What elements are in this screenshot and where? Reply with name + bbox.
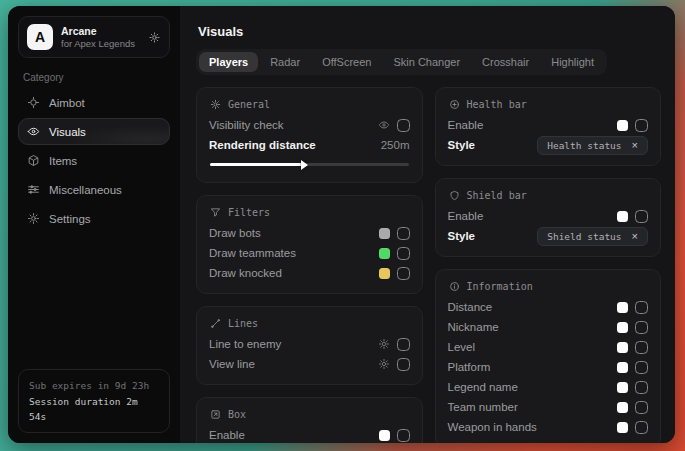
level-color-swatch[interactable]	[617, 342, 628, 353]
sidebar-item-miscellaneous[interactable]: Miscellaneous	[18, 176, 170, 203]
draw-bots-color-swatch[interactable]	[379, 228, 390, 239]
sub-expires-text: Sub expires in 9d 23h	[29, 378, 159, 393]
gear-icon[interactable]	[378, 338, 390, 350]
row-label: Enable	[448, 210, 484, 222]
box-enable-checkbox[interactable]	[397, 429, 410, 442]
shield-enable-checkbox[interactable]	[635, 210, 648, 223]
panel-title: General	[228, 99, 270, 110]
slider-handle[interactable]	[301, 160, 308, 170]
row-label: Line to enemy	[209, 338, 281, 350]
panel-information: Information Distance Nickname	[435, 269, 662, 443]
account-settings-icon[interactable]	[148, 31, 161, 44]
row-platform: Platform	[448, 357, 649, 377]
distance-color-swatch[interactable]	[617, 302, 628, 313]
subscription-status-card: Sub expires in 9d 23h Session duration 2…	[18, 369, 170, 433]
row-draw-knocked: Draw knocked	[209, 263, 410, 283]
close-icon[interactable]: ×	[632, 231, 638, 242]
view-line-checkbox[interactable]	[397, 358, 410, 371]
line-to-enemy-checkbox[interactable]	[397, 338, 410, 351]
shield-style-select[interactable]: Shield status ×	[537, 227, 648, 246]
sidebar-item-items[interactable]: Items	[18, 147, 170, 174]
row-weapon-in-hands: Weapon in hands	[448, 417, 649, 437]
gear-icon	[27, 212, 40, 225]
row-label: Enable	[209, 429, 245, 441]
app-subtitle: for Apex Legends	[61, 38, 135, 50]
platform-color-swatch[interactable]	[617, 362, 628, 373]
health-enable-color-swatch[interactable]	[617, 120, 628, 131]
tab-bar: Players Radar OffScreen Skin Changer Cro…	[196, 49, 607, 75]
sidebar-nav: Aimbot Visuals	[18, 89, 170, 232]
rendering-distance-slider[interactable]	[210, 158, 409, 170]
row-label: Team number	[448, 401, 518, 413]
tab-crosshair[interactable]: Crosshair	[472, 52, 539, 72]
row-legend-name: Legend name	[448, 377, 649, 397]
panel-shield-bar: Shield bar Enable Style	[435, 178, 662, 257]
weapon-color-swatch[interactable]	[617, 422, 628, 433]
tab-radar[interactable]: Radar	[260, 52, 310, 72]
row-health-enable: Enable	[448, 115, 649, 135]
draw-bots-checkbox[interactable]	[397, 227, 410, 240]
sidebar-item-label: Aimbot	[49, 97, 85, 109]
panel-health-bar: Health bar Enable Style	[435, 87, 662, 166]
row-label: Draw knocked	[209, 267, 282, 279]
weapon-checkbox[interactable]	[635, 421, 648, 434]
row-team-number: Team number	[448, 397, 649, 417]
row-distance: Distance	[448, 297, 649, 317]
row-level: Level	[448, 337, 649, 357]
health-style-select[interactable]: Health status ×	[537, 136, 648, 155]
row-health-style: Style Health status ×	[448, 135, 649, 155]
tab-skin-changer[interactable]: Skin Changer	[383, 52, 470, 72]
desktop-background: A Arcane for Apex Legends Category	[0, 0, 685, 451]
draw-knocked-color-swatch[interactable]	[379, 268, 390, 279]
row-label: Level	[448, 341, 476, 353]
row-label: Weapon in hands	[448, 421, 537, 433]
row-label: Draw bots	[209, 227, 261, 239]
distance-checkbox[interactable]	[635, 301, 648, 314]
health-enable-checkbox[interactable]	[635, 119, 648, 132]
visibility-check-checkbox[interactable]	[397, 119, 410, 132]
box-enable-color-swatch[interactable]	[379, 430, 390, 441]
eye-icon	[27, 125, 40, 138]
panel-title: Lines	[228, 318, 258, 329]
draw-teammates-checkbox[interactable]	[397, 247, 410, 260]
team-number-color-swatch[interactable]	[617, 402, 628, 413]
row-shield-enable: Enable	[448, 206, 649, 226]
row-label: Rendering distance	[209, 139, 316, 151]
sidebar-item-visuals[interactable]: Visuals	[18, 118, 170, 145]
legend-name-checkbox[interactable]	[635, 381, 648, 394]
sidebar-item-aimbot[interactable]: Aimbot	[18, 89, 170, 116]
row-rendering-distance: Rendering distance 250m	[209, 135, 410, 155]
sidebar-item-label: Settings	[49, 213, 91, 225]
row-label: View line	[209, 358, 255, 370]
sidebar-item-label: Visuals	[49, 126, 86, 138]
panel-title: Health bar	[467, 99, 527, 110]
panel-title: Box	[228, 409, 246, 420]
nickname-color-swatch[interactable]	[617, 322, 628, 333]
tab-offscreen[interactable]: OffScreen	[312, 52, 381, 72]
legend-name-color-swatch[interactable]	[617, 382, 628, 393]
tab-highlight[interactable]: Highlight	[541, 52, 604, 72]
tab-players[interactable]: Players	[199, 52, 258, 72]
level-checkbox[interactable]	[635, 341, 648, 354]
funnel-icon	[210, 207, 221, 218]
info-icon	[449, 281, 460, 292]
draw-teammates-color-swatch[interactable]	[379, 248, 390, 259]
team-number-checkbox[interactable]	[635, 401, 648, 414]
row-line-to-enemy: Line to enemy	[209, 334, 410, 354]
close-icon[interactable]: ×	[632, 140, 638, 151]
box-select-icon	[210, 409, 221, 420]
sidebar-item-label: Miscellaneous	[49, 184, 122, 196]
account-texts: Arcane for Apex Legends	[61, 25, 135, 50]
panel-title: Filters	[228, 207, 270, 218]
nickname-checkbox[interactable]	[635, 321, 648, 334]
left-column: General Visibility check	[196, 87, 423, 443]
platform-checkbox[interactable]	[635, 361, 648, 374]
draw-knocked-checkbox[interactable]	[397, 267, 410, 280]
sidebar-item-label: Items	[49, 155, 77, 167]
row-label: Style	[448, 230, 476, 242]
eye-icon[interactable]	[378, 119, 390, 131]
sidebar-item-settings[interactable]: Settings	[18, 205, 170, 232]
gear-icon[interactable]	[378, 358, 390, 370]
row-view-line: View line	[209, 354, 410, 374]
shield-enable-color-swatch[interactable]	[617, 211, 628, 222]
